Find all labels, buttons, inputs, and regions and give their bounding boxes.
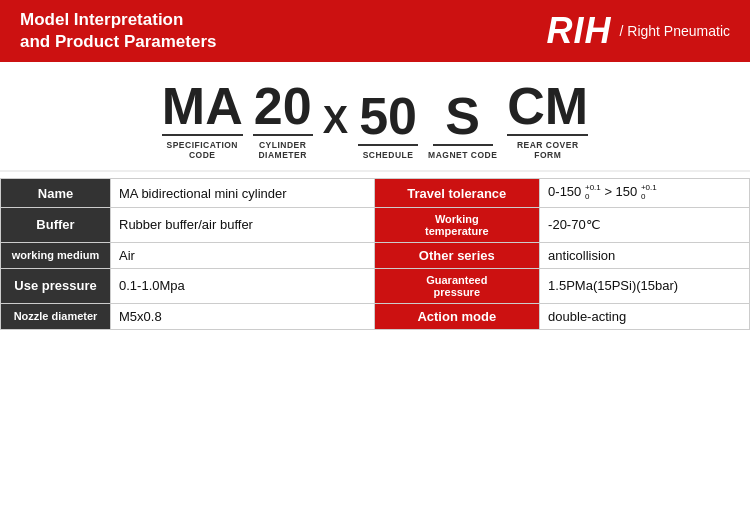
code-letter-schedule: 50 [358, 90, 418, 146]
value-medium: Air [111, 242, 375, 268]
model-code-section: MA SPECIFICATIONCODE 20 CYLINDERDIAMETER… [0, 62, 750, 172]
label-name: Name [1, 179, 111, 208]
table-row: working medium Air Other series anticoll… [1, 242, 750, 268]
value-name: MA bidirectional mini cylinder [111, 179, 375, 208]
value-working-temp: -20-70℃ [540, 207, 750, 242]
code-separator: X [323, 99, 348, 160]
label-nozzle: Nozzle diameter [1, 303, 111, 329]
label-action-mode: Action mode [374, 303, 540, 329]
code-item-schedule: 50 SCHEDULE [358, 90, 418, 160]
code-letter-cyl: 20 [253, 80, 313, 136]
value-action-mode: double-acting [540, 303, 750, 329]
label-other-series: Other series [374, 242, 540, 268]
header-title: Model Interpretation and Product Paramet… [20, 9, 217, 53]
code-label-magnet: MAGNET CODE [428, 150, 497, 160]
label-guaranteed: Guaranteedpressure [374, 268, 540, 303]
code-label-rear: REAR COVER FORM [508, 140, 588, 160]
code-item-rear: CM REAR COVER FORM [507, 80, 588, 160]
label-buffer: Buffer [1, 207, 111, 242]
code-letter-spec: MA [162, 80, 243, 136]
brand-name: RIH [547, 10, 612, 52]
code-label-schedule: SCHEDULE [363, 150, 414, 160]
code-letter-magnet: S [433, 90, 493, 146]
value-nozzle: M5x0.8 [111, 303, 375, 329]
code-label-cyl: CYLINDERDIAMETER [258, 140, 306, 160]
table-row: Name MA bidirectional mini cylinder Trav… [1, 179, 750, 208]
brand-sub: / Right Pneumatic [620, 23, 731, 39]
code-item-spec: MA SPECIFICATIONCODE [162, 80, 243, 160]
page-header: Model Interpretation and Product Paramet… [0, 0, 750, 62]
code-item-cyl: 20 CYLINDERDIAMETER [253, 80, 313, 160]
code-item-magnet: S MAGNET CODE [428, 90, 497, 160]
brand-area: RIH / Right Pneumatic [547, 10, 731, 52]
code-letter-rear: CM [507, 80, 588, 136]
label-medium: working medium [1, 242, 111, 268]
table-row: Buffer Rubber buffer/air buffer Workingt… [1, 207, 750, 242]
label-working-temp: Workingtemperature [374, 207, 540, 242]
label-pressure: Use pressure [1, 268, 111, 303]
label-travel: Travel tolerance [374, 179, 540, 208]
code-label-spec: SPECIFICATIONCODE [166, 140, 238, 160]
value-buffer: Rubber buffer/air buffer [111, 207, 375, 242]
value-other-series: anticollision [540, 242, 750, 268]
value-guaranteed: 1.5PMa(15PSi)(15bar) [540, 268, 750, 303]
table-row: Nozzle diameter M5x0.8 Action mode doubl… [1, 303, 750, 329]
value-pressure: 0.1-1.0Mpa [111, 268, 375, 303]
params-table: Name MA bidirectional mini cylinder Trav… [0, 178, 750, 330]
value-travel: 0-150 +0.1 0 > 150 +0.1 0 [540, 179, 750, 208]
table-row: Use pressure 0.1-1.0Mpa Guaranteedpressu… [1, 268, 750, 303]
